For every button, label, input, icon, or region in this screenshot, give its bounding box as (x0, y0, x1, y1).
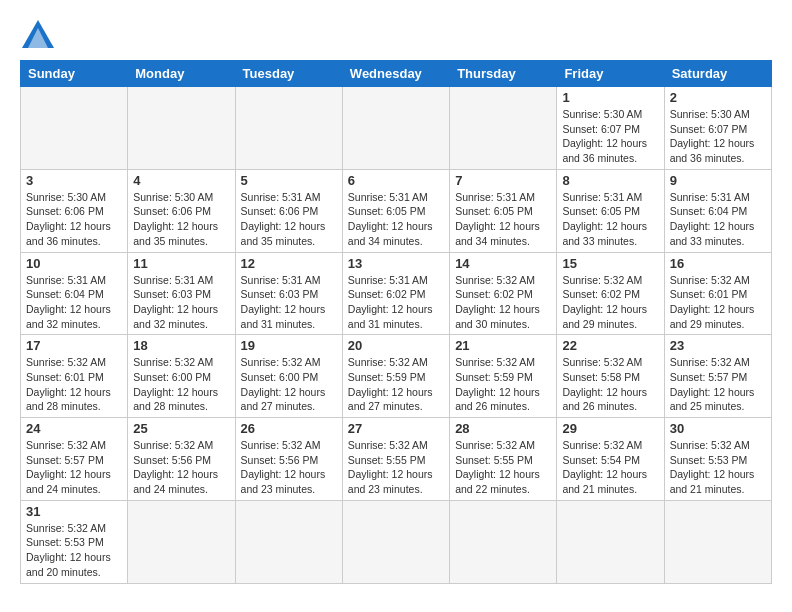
calendar-cell: 25Sunrise: 5:32 AMSunset: 5:56 PMDayligh… (128, 418, 235, 501)
day-number: 18 (133, 338, 229, 353)
day-number: 11 (133, 256, 229, 271)
calendar-cell: 3Sunrise: 5:30 AMSunset: 6:06 PMDaylight… (21, 169, 128, 252)
day-number: 8 (562, 173, 658, 188)
day-info: Sunrise: 5:31 AMSunset: 6:05 PMDaylight:… (348, 190, 444, 249)
day-number: 19 (241, 338, 337, 353)
week-row-3: 10Sunrise: 5:31 AMSunset: 6:04 PMDayligh… (21, 252, 772, 335)
header (20, 16, 772, 52)
week-row-6: 31Sunrise: 5:32 AMSunset: 5:53 PMDayligh… (21, 500, 772, 583)
weekday-sunday: Sunday (21, 61, 128, 87)
day-number: 24 (26, 421, 122, 436)
day-number: 10 (26, 256, 122, 271)
calendar-cell: 7Sunrise: 5:31 AMSunset: 6:05 PMDaylight… (450, 169, 557, 252)
weekday-saturday: Saturday (664, 61, 771, 87)
calendar-cell: 11Sunrise: 5:31 AMSunset: 6:03 PMDayligh… (128, 252, 235, 335)
calendar-cell (235, 500, 342, 583)
weekday-monday: Monday (128, 61, 235, 87)
day-number: 4 (133, 173, 229, 188)
day-number: 23 (670, 338, 766, 353)
day-info: Sunrise: 5:31 AMSunset: 6:04 PMDaylight:… (26, 273, 122, 332)
day-info: Sunrise: 5:32 AMSunset: 5:53 PMDaylight:… (670, 438, 766, 497)
day-info: Sunrise: 5:32 AMSunset: 5:54 PMDaylight:… (562, 438, 658, 497)
week-row-2: 3Sunrise: 5:30 AMSunset: 6:06 PMDaylight… (21, 169, 772, 252)
weekday-friday: Friday (557, 61, 664, 87)
day-number: 6 (348, 173, 444, 188)
calendar-cell: 28Sunrise: 5:32 AMSunset: 5:55 PMDayligh… (450, 418, 557, 501)
day-info: Sunrise: 5:32 AMSunset: 6:02 PMDaylight:… (562, 273, 658, 332)
calendar-cell: 27Sunrise: 5:32 AMSunset: 5:55 PMDayligh… (342, 418, 449, 501)
day-number: 22 (562, 338, 658, 353)
day-info: Sunrise: 5:31 AMSunset: 6:03 PMDaylight:… (241, 273, 337, 332)
day-number: 16 (670, 256, 766, 271)
weekday-wednesday: Wednesday (342, 61, 449, 87)
weekday-thursday: Thursday (450, 61, 557, 87)
day-info: Sunrise: 5:31 AMSunset: 6:05 PMDaylight:… (455, 190, 551, 249)
calendar-cell (342, 500, 449, 583)
calendar-cell: 17Sunrise: 5:32 AMSunset: 6:01 PMDayligh… (21, 335, 128, 418)
calendar-cell (128, 87, 235, 170)
calendar-cell (128, 500, 235, 583)
day-info: Sunrise: 5:32 AMSunset: 5:55 PMDaylight:… (348, 438, 444, 497)
calendar-cell: 5Sunrise: 5:31 AMSunset: 6:06 PMDaylight… (235, 169, 342, 252)
day-info: Sunrise: 5:32 AMSunset: 5:57 PMDaylight:… (26, 438, 122, 497)
day-number: 7 (455, 173, 551, 188)
day-info: Sunrise: 5:30 AMSunset: 6:07 PMDaylight:… (562, 107, 658, 166)
calendar-cell: 8Sunrise: 5:31 AMSunset: 6:05 PMDaylight… (557, 169, 664, 252)
calendar-table: SundayMondayTuesdayWednesdayThursdayFrid… (20, 60, 772, 584)
calendar-cell: 19Sunrise: 5:32 AMSunset: 6:00 PMDayligh… (235, 335, 342, 418)
calendar-cell: 10Sunrise: 5:31 AMSunset: 6:04 PMDayligh… (21, 252, 128, 335)
calendar-cell: 29Sunrise: 5:32 AMSunset: 5:54 PMDayligh… (557, 418, 664, 501)
calendar-cell: 15Sunrise: 5:32 AMSunset: 6:02 PMDayligh… (557, 252, 664, 335)
calendar-cell: 14Sunrise: 5:32 AMSunset: 6:02 PMDayligh… (450, 252, 557, 335)
calendar-cell: 9Sunrise: 5:31 AMSunset: 6:04 PMDaylight… (664, 169, 771, 252)
day-number: 29 (562, 421, 658, 436)
calendar-cell (557, 500, 664, 583)
day-info: Sunrise: 5:32 AMSunset: 6:01 PMDaylight:… (26, 355, 122, 414)
day-number: 26 (241, 421, 337, 436)
weekday-header-row: SundayMondayTuesdayWednesdayThursdayFrid… (21, 61, 772, 87)
calendar-cell: 12Sunrise: 5:31 AMSunset: 6:03 PMDayligh… (235, 252, 342, 335)
day-info: Sunrise: 5:32 AMSunset: 5:59 PMDaylight:… (455, 355, 551, 414)
day-info: Sunrise: 5:32 AMSunset: 6:02 PMDaylight:… (455, 273, 551, 332)
day-info: Sunrise: 5:32 AMSunset: 5:56 PMDaylight:… (241, 438, 337, 497)
calendar-cell: 18Sunrise: 5:32 AMSunset: 6:00 PMDayligh… (128, 335, 235, 418)
calendar-cell: 24Sunrise: 5:32 AMSunset: 5:57 PMDayligh… (21, 418, 128, 501)
week-row-1: 1Sunrise: 5:30 AMSunset: 6:07 PMDaylight… (21, 87, 772, 170)
calendar-cell: 4Sunrise: 5:30 AMSunset: 6:06 PMDaylight… (128, 169, 235, 252)
day-info: Sunrise: 5:32 AMSunset: 5:57 PMDaylight:… (670, 355, 766, 414)
week-row-5: 24Sunrise: 5:32 AMSunset: 5:57 PMDayligh… (21, 418, 772, 501)
day-info: Sunrise: 5:31 AMSunset: 6:05 PMDaylight:… (562, 190, 658, 249)
day-number: 30 (670, 421, 766, 436)
day-info: Sunrise: 5:30 AMSunset: 6:06 PMDaylight:… (133, 190, 229, 249)
day-number: 21 (455, 338, 551, 353)
day-info: Sunrise: 5:31 AMSunset: 6:02 PMDaylight:… (348, 273, 444, 332)
day-number: 2 (670, 90, 766, 105)
day-number: 17 (26, 338, 122, 353)
calendar-cell (235, 87, 342, 170)
week-row-4: 17Sunrise: 5:32 AMSunset: 6:01 PMDayligh… (21, 335, 772, 418)
page: SundayMondayTuesdayWednesdayThursdayFrid… (0, 0, 792, 612)
day-number: 31 (26, 504, 122, 519)
calendar-cell (450, 500, 557, 583)
day-info: Sunrise: 5:32 AMSunset: 5:58 PMDaylight:… (562, 355, 658, 414)
day-info: Sunrise: 5:32 AMSunset: 5:59 PMDaylight:… (348, 355, 444, 414)
day-info: Sunrise: 5:30 AMSunset: 6:06 PMDaylight:… (26, 190, 122, 249)
day-number: 15 (562, 256, 658, 271)
day-info: Sunrise: 5:31 AMSunset: 6:03 PMDaylight:… (133, 273, 229, 332)
day-info: Sunrise: 5:32 AMSunset: 5:53 PMDaylight:… (26, 521, 122, 580)
calendar-cell: 31Sunrise: 5:32 AMSunset: 5:53 PMDayligh… (21, 500, 128, 583)
calendar-cell: 21Sunrise: 5:32 AMSunset: 5:59 PMDayligh… (450, 335, 557, 418)
day-number: 1 (562, 90, 658, 105)
calendar-cell: 23Sunrise: 5:32 AMSunset: 5:57 PMDayligh… (664, 335, 771, 418)
day-number: 27 (348, 421, 444, 436)
day-info: Sunrise: 5:32 AMSunset: 5:55 PMDaylight:… (455, 438, 551, 497)
calendar-cell: 16Sunrise: 5:32 AMSunset: 6:01 PMDayligh… (664, 252, 771, 335)
calendar-cell: 1Sunrise: 5:30 AMSunset: 6:07 PMDaylight… (557, 87, 664, 170)
day-number: 3 (26, 173, 122, 188)
calendar-cell: 6Sunrise: 5:31 AMSunset: 6:05 PMDaylight… (342, 169, 449, 252)
day-info: Sunrise: 5:32 AMSunset: 6:01 PMDaylight:… (670, 273, 766, 332)
calendar-cell: 30Sunrise: 5:32 AMSunset: 5:53 PMDayligh… (664, 418, 771, 501)
day-number: 25 (133, 421, 229, 436)
calendar-cell: 13Sunrise: 5:31 AMSunset: 6:02 PMDayligh… (342, 252, 449, 335)
day-number: 28 (455, 421, 551, 436)
